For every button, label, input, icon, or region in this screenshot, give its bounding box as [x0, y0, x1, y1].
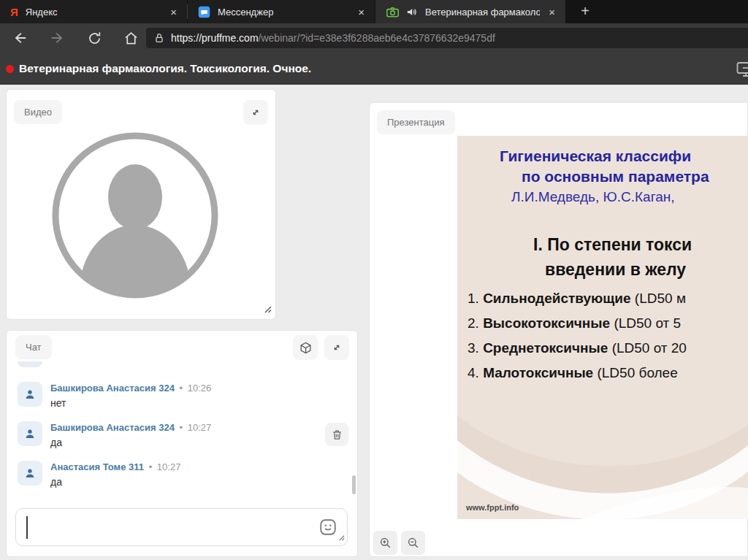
slide-heading-line1: I. По степени токси: [533, 235, 692, 255]
message-author: Башкирова Анастасия 324: [50, 422, 175, 433]
message-time: 10:26: [188, 383, 212, 394]
chat-scrollbar[interactable]: [352, 475, 356, 494]
text-caret: [26, 516, 28, 539]
video-resize-handle[interactable]: [264, 303, 272, 316]
recording-dot-icon: [6, 65, 14, 73]
message-author: Башкирова Анастасия 324: [50, 383, 175, 394]
message-time: 10:27: [188, 422, 212, 433]
webinar-titlebar: Ветеринарная фармакология. Токсикология.…: [0, 53, 748, 85]
user-avatar-icon: [18, 382, 42, 407]
chat-input[interactable]: [15, 508, 348, 546]
lock-icon: [153, 32, 165, 44]
video-panel-label: Видео: [14, 100, 62, 124]
message-text: да: [50, 476, 180, 488]
forward-button[interactable]: [47, 27, 69, 49]
tab-title: Ветеринарная фармаколо: [425, 7, 540, 18]
slide-list-item: 1. Сильнодействующие (LD50 м: [468, 291, 686, 307]
slide-footer-url: www.fppt.info: [466, 503, 519, 512]
tab-audio-icon: [405, 6, 418, 18]
tab-strip: Я Яндекс × Мессенджер × Ветеринарная фар…: [0, 0, 748, 23]
message-text: да: [50, 437, 211, 448]
chat-panel-label: Чат: [15, 335, 52, 359]
user-avatar-icon: [18, 421, 42, 446]
message-text: нет: [50, 397, 211, 409]
slide-title-line1: Гигиеническая классифи: [500, 147, 691, 165]
chat-expand-button[interactable]: [324, 335, 349, 360]
address-bar[interactable]: https://pruffme.com/webinar/?id=e38e3f62…: [146, 28, 748, 48]
presentation-panel: Презентация Гигиеническая классифи по ос…: [369, 102, 748, 557]
message-author: Анастасия Томе 311: [50, 461, 144, 472]
slide-decoration: [457, 402, 748, 519]
tab-title: Яндекс: [26, 7, 161, 18]
messenger-icon: [198, 6, 210, 18]
chat-3d-cube-button[interactable]: [293, 335, 318, 360]
chat-message: Анастасия Томе 311 • 10:27 да: [18, 461, 339, 488]
slide-title-line2: по основным параметра: [522, 168, 709, 185]
emoji-button[interactable]: [318, 517, 338, 537]
dot-separator: •: [179, 422, 183, 433]
partially-scrolled-message: [18, 361, 42, 367]
slide-list-item: 2. Высокотоксичные (LD50 от 5: [468, 315, 681, 331]
browser-toolbar: https://pruffme.com/webinar/?id=e38e3f62…: [0, 23, 748, 53]
chat-panel: Чат Башкирова Анастасия 324 • 10:26 нет: [6, 330, 358, 557]
input-resize-handle[interactable]: [338, 531, 345, 544]
url-path: /webinar/?id=e38e3f6288aeb6e4c37876632e9…: [259, 32, 495, 44]
close-icon[interactable]: ×: [355, 5, 367, 19]
slide-list-item: 3. Среднетоксичные (LD50 от 20: [468, 340, 687, 356]
video-panel: Видео: [6, 89, 276, 320]
video-expand-button[interactable]: [243, 100, 268, 125]
zoom-out-button[interactable]: [401, 531, 425, 555]
zoom-in-button[interactable]: [373, 531, 397, 555]
close-icon[interactable]: ×: [167, 5, 180, 19]
slide-list-item: 4. Малотоксичные (LD50 более: [468, 365, 678, 381]
home-button[interactable]: [120, 27, 142, 49]
chat-message: Башкирова Анастасия 324 • 10:27 да: [18, 421, 339, 448]
url-origin: https://pruffme.com: [171, 32, 259, 44]
reload-button[interactable]: [83, 27, 105, 49]
chat-message: Башкирова Анастасия 324 • 10:26 нет: [18, 382, 339, 409]
slide-heading-line2: введении в желу: [545, 260, 686, 280]
user-avatar-placeholder: [49, 129, 221, 302]
user-avatar-icon: [18, 461, 42, 486]
close-icon[interactable]: ×: [546, 5, 558, 19]
dot-separator: •: [179, 383, 183, 394]
delete-message-button[interactable]: [325, 423, 348, 446]
back-button[interactable]: [9, 27, 31, 49]
message-time: 10:27: [157, 461, 181, 472]
tab-messenger[interactable]: Мессенджер ×: [188, 0, 375, 23]
presentation-slide: Гигиеническая классифи по основным парам…: [457, 136, 748, 519]
webcam-recording-icon: [386, 6, 400, 18]
tab-title: Мессенджер: [218, 7, 349, 18]
slide-authors-line: Л.И.Медведь, Ю.С.Каган,: [511, 189, 675, 205]
browser-window: Я Яндекс × Мессенджер × Ветеринарная фар…: [0, 0, 748, 560]
yandex-logo-icon: Я: [10, 6, 18, 18]
screen-share-icon[interactable]: [736, 61, 748, 80]
webinar-title: Ветеринарная фармакология. Токсикология.…: [19, 62, 311, 75]
new-tab-button[interactable]: +: [576, 2, 595, 21]
tab-yandex[interactable]: Я Яндекс ×: [0, 0, 187, 23]
tab-webinar-active[interactable]: Ветеринарная фармаколо ×: [375, 0, 565, 23]
presentation-panel-label: Презентация: [377, 110, 455, 134]
dot-separator: •: [149, 461, 153, 472]
